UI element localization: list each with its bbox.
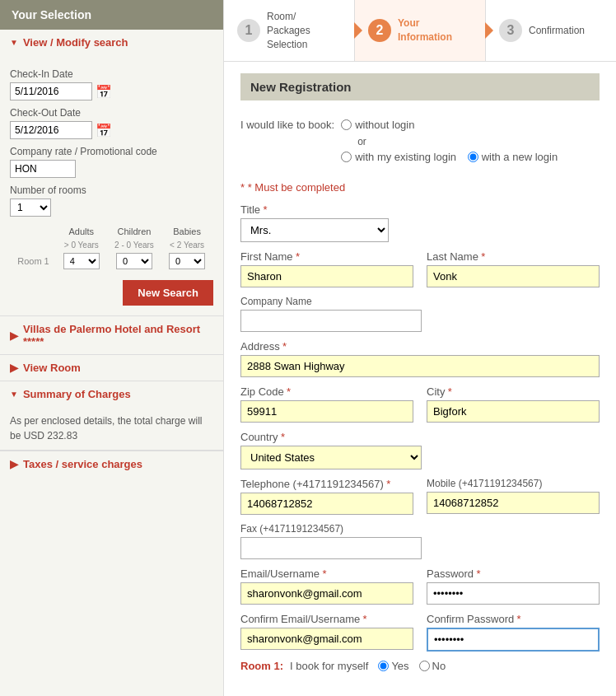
existing-login-radio[interactable] (341, 152, 352, 162)
password-group: Password * (427, 568, 600, 605)
rooms-select[interactable]: 1 2 3 (10, 199, 51, 217)
checkin-label: Check-In Date (10, 68, 213, 80)
confirm-email-group: Confirm Email/Username * (240, 613, 413, 652)
address-input[interactable] (240, 355, 600, 377)
summary-toggle[interactable]: ▼ Summary of Charges (0, 381, 223, 407)
tel-mobile-row: Telephone (+4171191234567) * Mobile (+41… (240, 478, 600, 515)
title-select[interactable]: Mrs. Mr. Ms. Dr. (240, 218, 389, 242)
arrow-right-icon-room: ▶ (10, 362, 18, 374)
babies-select[interactable]: 0 1 2 (169, 253, 205, 269)
company-input[interactable] (240, 310, 422, 332)
step-3[interactable]: 3 Confirmation (486, 0, 616, 61)
arrow-down-summary-icon: ▼ (10, 390, 18, 399)
babies-range: < 2 Years (162, 240, 212, 250)
tel-input[interactable] (240, 493, 413, 515)
new-login-option[interactable]: with a new login (468, 151, 558, 163)
taxes-label: Taxes / service charges (23, 458, 142, 470)
firstname-label: First Name * (240, 250, 413, 263)
summary-content: As per enclosed details, the total charg… (0, 407, 223, 450)
adults-range: > 0 Years (57, 240, 106, 250)
yes-radio[interactable] (378, 661, 389, 671)
step-1[interactable]: 1 Room/Packages Selection (224, 0, 355, 61)
without-login-label: without login (355, 119, 414, 131)
step2-arrow-icon (485, 22, 493, 39)
yes-option[interactable]: Yes (378, 660, 408, 672)
zip-group: Zip Code * (240, 385, 413, 423)
fax-label: Fax (+4171191234567) (240, 523, 422, 535)
without-login-radio[interactable] (341, 119, 352, 130)
title-label: Title * (240, 203, 389, 216)
mobile-group: Mobile (+4171191234567) (427, 478, 600, 515)
step1-number: 1 (237, 19, 260, 42)
adults-select[interactable]: 4 1 2 3 (63, 253, 100, 269)
taxes-section[interactable]: ▶ Taxes / service charges (0, 451, 223, 477)
email-input[interactable] (240, 582, 413, 605)
existing-login-option[interactable]: with my existing login (341, 151, 456, 163)
fax-row: Fax (+4171191234567) (240, 523, 600, 559)
rooms-label: Number of rooms (10, 185, 213, 196)
without-login-option[interactable]: without login (341, 119, 414, 131)
summary-title: Summary of Charges (23, 388, 131, 400)
checkout-label: Check-Out Date (10, 107, 213, 119)
country-label: Country * (240, 431, 422, 443)
children-select[interactable]: 0 1 2 (116, 253, 152, 269)
sidebar: Your Selection ▼ View / Modify search Ch… (0, 0, 224, 696)
firstname-input[interactable] (240, 265, 413, 287)
book-myself-label: I book for myself (290, 660, 368, 672)
must-complete: * * Must be completed (240, 181, 600, 194)
booking-label: I would like to book: (240, 119, 334, 131)
promo-label: Company rate / Promotional code (10, 146, 213, 157)
view-room-section[interactable]: ▶ View Room (0, 354, 223, 381)
step3-number: 3 (499, 19, 522, 42)
form-area: New Registration I would like to book: w… (224, 62, 616, 684)
company-row: Company Name (240, 296, 600, 332)
villas-section[interactable]: ▶ Villas de Palermo Hotel and Resort ***… (0, 316, 223, 354)
checkin-row: 📅 (10, 82, 213, 100)
confirm-password-input[interactable] (427, 628, 600, 652)
company-group: Company Name (240, 296, 422, 332)
password-input[interactable] (427, 582, 600, 605)
existing-login-label: with my existing login (355, 151, 456, 163)
mobile-input[interactable] (427, 492, 600, 514)
no-option[interactable]: No (419, 660, 446, 672)
checkin-input[interactable] (10, 82, 92, 100)
zip-input[interactable] (240, 400, 413, 423)
steps-bar: 1 Room/Packages Selection 2 Your Informa… (224, 0, 616, 62)
view-modify-toggle[interactable]: ▼ View / Modify search (0, 30, 223, 55)
children-header: Children (108, 225, 161, 238)
confirm-password-label: Confirm Password * (427, 613, 600, 625)
step1-text: Room/Packages Selection (267, 10, 341, 51)
step-2[interactable]: 2 Your Information (355, 0, 486, 61)
new-search-button[interactable]: New Search (123, 280, 213, 306)
email-password-row: Email/Username * Password * (240, 568, 600, 605)
step1-arrow-icon (354, 22, 362, 39)
search-form: Check-In Date 📅 Check-Out Date 📅 Company… (0, 55, 223, 315)
new-login-radio[interactable] (468, 152, 478, 162)
step3-text: Confirmation (529, 24, 585, 38)
arrow-right-icon-taxes: ▶ (10, 458, 18, 470)
promo-input[interactable] (10, 160, 76, 178)
checkout-row: 📅 (10, 121, 213, 139)
city-input[interactable] (427, 400, 600, 423)
checkout-calendar-icon[interactable]: 📅 (96, 123, 112, 138)
password-label: Password * (427, 568, 600, 580)
email-label: Email/Username * (240, 568, 413, 580)
sidebar-header: Your Selection (0, 0, 223, 30)
main-content: 1 Room/Packages Selection 2 Your Informa… (224, 0, 616, 696)
fax-input[interactable] (240, 537, 422, 559)
view-room-label: View Room (23, 362, 81, 374)
checkout-input[interactable] (10, 121, 92, 139)
zip-label: Zip Code * (240, 385, 413, 398)
checkin-calendar-icon[interactable]: 📅 (96, 84, 112, 100)
confirm-email-input[interactable] (240, 628, 413, 650)
no-radio[interactable] (419, 661, 430, 671)
room1-heading: Room 1: (240, 660, 283, 672)
or-text: or (357, 136, 566, 147)
guests-table: Adults Children Babies > 0 Years 2 - 0 Y… (10, 223, 213, 272)
country-group: Country * United States Canada United Ki… (240, 431, 422, 469)
country-select[interactable]: United States Canada United Kingdom (240, 446, 422, 469)
room1-label: Room 1 (12, 252, 55, 270)
lastname-input[interactable] (427, 265, 600, 287)
villas-label: Villas de Palermo Hotel and Resort ***** (23, 323, 213, 348)
confirm-row: Confirm Email/Username * Confirm Passwor… (240, 613, 600, 652)
